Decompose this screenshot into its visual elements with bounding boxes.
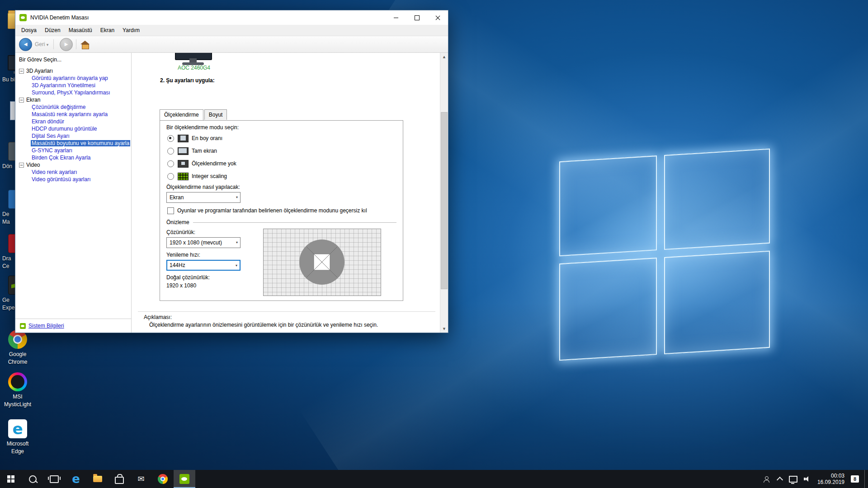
toolbar-separator [53, 39, 54, 49]
start-button[interactable] [0, 470, 22, 488]
preview-graphic [263, 229, 381, 296]
nvidia-logo-icon [19, 14, 27, 21]
tree-item-goruntu-ayarlari[interactable]: Görüntü ayarlarını önayarla yap [15, 75, 131, 82]
minimize-button[interactable] [386, 10, 406, 25]
tree-item-video-goruntu[interactable]: Video görüntüsü ayarları [15, 176, 131, 183]
taskbar-store[interactable] [108, 470, 130, 488]
windows-logo-pane [664, 149, 770, 250]
menu-duzen[interactable]: Düzen [41, 25, 65, 35]
tree-item-3d-ayarlari[interactable]: − 3D Ayarları [15, 67, 131, 75]
taskbar-mail[interactable]: ✉ [130, 470, 152, 488]
tree-item-surround-physx[interactable]: Surround, PhysX Yapılandırması [15, 89, 131, 96]
tree-item-hdcp[interactable]: HDCP durumunu görüntüle [15, 125, 131, 132]
description-text: Ölçeklendirme ayarlarının önizlemesini g… [149, 322, 378, 328]
network-button[interactable] [787, 470, 800, 488]
taskbar-file-explorer[interactable] [87, 470, 108, 488]
chrome-icon [158, 474, 168, 484]
scaling-panel: Bir ölçeklendirme modu seçin: En boy ora… [160, 120, 403, 301]
taskbar: e ✉ 00:03 16.09.201 [0, 470, 868, 488]
toolbar: ◀ Geri ▾ ▶ [15, 36, 448, 53]
store-icon [115, 477, 124, 484]
menu-dosya[interactable]: Dosya [17, 25, 41, 35]
integer-scaling-icon [178, 173, 189, 180]
scaling-preview [263, 229, 381, 297]
system-info-link[interactable]: Sistem Bilgileri [28, 323, 64, 329]
taskbar-nvidia-control-panel[interactable] [174, 470, 195, 488]
tree-item-ekran-dondur[interactable]: Ekran döndür [15, 118, 131, 125]
collapse-icon[interactable]: − [19, 69, 24, 74]
tree-item-dijital-ses[interactable]: Dijital Ses Ayarı [15, 132, 131, 140]
back-button[interactable]: ◀ [19, 38, 32, 51]
notification-center-button[interactable]: 8 [848, 470, 862, 488]
search-icon [29, 475, 37, 483]
windows-logo [559, 149, 770, 361]
fullscreen-icon [178, 147, 189, 155]
tree-item-3d-yonetim[interactable]: 3D Ayarlarının Yönetilmesi [15, 82, 131, 89]
taskbar-chrome[interactable] [152, 470, 174, 488]
history-caret-icon[interactable]: ▾ [47, 42, 49, 47]
close-button[interactable] [427, 10, 448, 25]
radio-no-scaling[interactable] [167, 160, 174, 167]
forward-button[interactable]: ▶ [60, 38, 73, 51]
toolbar-separator [76, 39, 76, 49]
tree-item-video-renk[interactable]: Video renk ayarları [15, 169, 131, 176]
taskbar-edge[interactable]: e [65, 470, 87, 488]
collapse-icon[interactable]: − [19, 163, 24, 168]
refresh-rate-select[interactable]: 144Hz ▾ [166, 260, 241, 271]
divider [138, 311, 435, 312]
sidebar-header: Bir Görev Seçin... [15, 53, 131, 63]
taskbar-search-button[interactable] [22, 470, 43, 488]
tree-item-video[interactable]: − Video [15, 161, 131, 169]
tab-olceklendirme[interactable]: Ölçeklendirme [160, 109, 203, 120]
desktop-icon-msi-mysticlight[interactable]: MSI MysticLight [0, 372, 35, 408]
menu-ekran[interactable]: Ekran [96, 25, 118, 35]
titlebar[interactable]: NVIDIA Denetim Masası [15, 10, 448, 25]
forward-arrow-icon: ▶ [65, 42, 68, 47]
maximize-button[interactable] [406, 10, 427, 25]
menu-masaustu[interactable]: Masaüstü [65, 25, 96, 35]
desktop-icon-google-chrome[interactable]: Google Chrome [0, 330, 35, 365]
tree-item-renk-ayarlari[interactable]: Masaüstü renk ayarlarını ayarla [15, 111, 131, 118]
volume-icon [804, 476, 810, 482]
back-label: Geri [35, 41, 45, 47]
radio-aspect-ratio[interactable] [167, 135, 174, 142]
desktop-icon-microsoft-edge[interactable]: e Microsoft Edge [0, 419, 35, 455]
radio-fullscreen[interactable] [167, 148, 174, 155]
radio-integer-scaling[interactable] [167, 173, 174, 180]
collapse-icon[interactable]: − [19, 98, 24, 103]
native-resolution-label: Doğal çözünürlük: [166, 274, 210, 281]
tree-item-coklu-ekran[interactable]: Birden Çok Ekran Ayarla [15, 154, 131, 161]
resolution-value: 868 x 488 (mevcut) [170, 239, 222, 246]
scroll-up-button[interactable]: ▲ [440, 53, 448, 61]
resolution-select[interactable]: 868 x 488 (mevcut) ▾ [166, 237, 241, 248]
tree-item-ekran[interactable]: − Ekran [15, 96, 131, 103]
scroll-down-button[interactable]: ▼ [440, 325, 448, 333]
volume-button[interactable] [800, 470, 814, 488]
taskbar-clock[interactable]: 00:03 16.09.2019 [814, 473, 848, 485]
tree-item-cozunurluk[interactable]: Çözünürlük değiştirme [15, 103, 131, 111]
scrollbar-thumb[interactable] [441, 112, 448, 289]
menubar: Dosya Düzen Masaüstü Ekran Yardım [15, 25, 448, 36]
chevron-down-icon: ▾ [236, 195, 238, 199]
show-desktop-button[interactable] [864, 470, 867, 488]
override-checkbox[interactable] [167, 207, 174, 214]
menu-yardim[interactable]: Yardım [118, 25, 144, 35]
tab-boyut[interactable]: Boyut [204, 109, 227, 120]
tab-strip: Ölçeklendirme Boyut [160, 109, 228, 120]
tree-item-gsync[interactable]: G-SYNC ayarları [15, 147, 131, 154]
radio-label: En boy oranı [192, 135, 222, 141]
perform-scaling-select[interactable]: Ekran ▾ [166, 192, 241, 203]
network-icon [789, 476, 797, 483]
mysticlight-icon [8, 372, 27, 391]
vertical-scrollbar[interactable]: ▲ ▼ [440, 53, 448, 333]
aspect-ratio-icon [178, 135, 189, 142]
content-area: AOC 2460G4 2. Şu ayarları uygula: Ölçekl… [132, 53, 448, 333]
people-button[interactable] [760, 470, 773, 488]
scaling-mode-label: Bir ölçeklendirme modu seçin: [166, 124, 239, 131]
task-view-button[interactable] [43, 470, 65, 488]
perform-scaling-value: Ekran [170, 194, 184, 201]
home-icon[interactable] [80, 41, 90, 48]
chevron-down-icon: ▾ [236, 240, 238, 244]
tray-overflow-button[interactable] [773, 470, 787, 488]
tree-item-masaustu-boyut[interactable]: Masaüstü boyutunu ve konumunu ayarla [15, 140, 131, 147]
